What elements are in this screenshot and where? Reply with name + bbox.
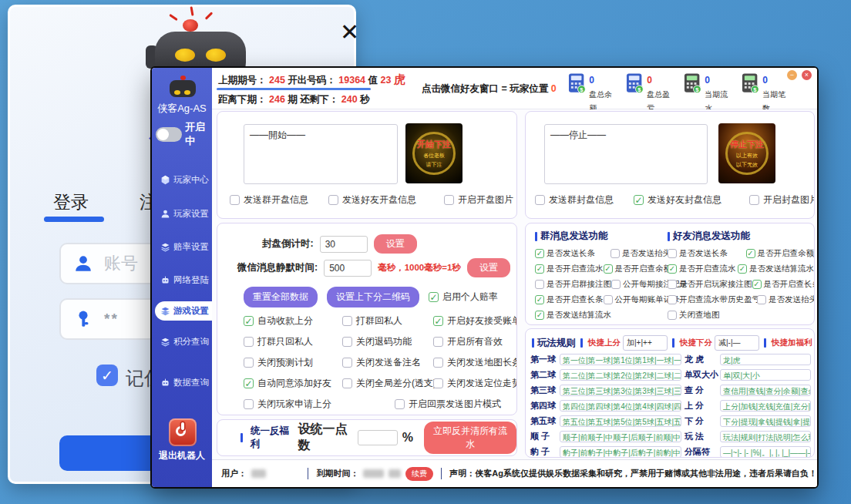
checkbox[interactable] <box>444 195 454 205</box>
checkbox[interactable] <box>429 292 439 302</box>
checkbox[interactable] <box>535 311 544 320</box>
rule-keywords-input[interactable]: 顺子|前顺子|中顺子|后顺子|前顺|中顺|后顺 <box>560 431 681 442</box>
checkbox[interactable] <box>668 295 677 304</box>
rule-keywords-input[interactable]: 下分|提现|拿钱|提钱|拿|提|提分| <box>720 415 811 427</box>
checkbox-option[interactable]: 是否发送抬头 <box>757 294 815 305</box>
checkbox-option[interactable]: 开启回票发送图片模式 <box>395 398 486 411</box>
rule-keywords-input[interactable]: 查信用|查钱|查分|余额|查余额|积分 <box>720 385 811 396</box>
checkbox[interactable] <box>749 195 759 205</box>
checkbox-option[interactable]: 开启封盘图片 <box>749 193 815 207</box>
rule-keywords-input[interactable]: 第一位|第一球|第1位|第1球|一球|一星|1球 <box>560 354 681 365</box>
checkbox-option[interactable]: 关闭全局差分(透支) <box>342 377 433 390</box>
checkbox-option[interactable]: 发送好友封盘信息 <box>634 193 749 207</box>
checkbox[interactable] <box>610 249 620 258</box>
sidebar-item-player-settings[interactable]: 玩家设置 <box>155 204 212 223</box>
checkbox-option[interactable]: 关闭玩家申请上分 <box>244 398 395 411</box>
sidebar-item-odds-settings[interactable]: 赔率设置 <box>155 237 212 257</box>
checkbox-option[interactable]: 打群回私人 <box>342 314 433 328</box>
rule-keywords-input[interactable]: 第四位|第四球|第4位|第4球|四球|四星|4球 <box>560 400 681 412</box>
checkbox-option[interactable]: 打群只回私人 <box>244 335 342 348</box>
toggle-knob[interactable] <box>157 129 169 140</box>
checkbox[interactable] <box>535 280 544 289</box>
checkbox[interactable] <box>433 337 443 347</box>
checkbox[interactable] <box>604 295 613 304</box>
personal-odds-option[interactable]: 启用个人赔率 <box>429 291 498 304</box>
checkbox[interactable] <box>433 316 443 326</box>
checkbox[interactable] <box>668 249 677 258</box>
checkbox[interactable] <box>244 337 254 347</box>
checkbox[interactable] <box>668 311 677 320</box>
set-silence-button[interactable]: 设置 <box>467 258 510 277</box>
checkbox[interactable] <box>342 316 352 326</box>
quick-up-input[interactable]: 加|+|++ <box>623 335 668 351</box>
checkbox-option[interactable]: 发送群封盘信息 <box>535 193 634 207</box>
checkbox[interactable] <box>230 195 240 205</box>
checkbox[interactable] <box>611 280 621 289</box>
power-toggle[interactable]: 开启中 <box>156 120 212 148</box>
close-icon[interactable]: ✕ <box>340 21 359 44</box>
checkbox[interactable] <box>535 195 545 205</box>
checkbox[interactable] <box>752 280 762 289</box>
sidebar-item-points-query[interactable]: 积分查询 <box>155 332 212 351</box>
checkbox[interactable] <box>535 295 544 304</box>
checkbox-option[interactable]: 是否发送抬头 <box>610 248 671 259</box>
sidebar-item-game-settings[interactable]: 游戏设置 <box>155 301 212 321</box>
rule-keywords-input[interactable]: 豹子|前豹子|中豹子|后豹子|前豹|中豹|后豹 <box>560 446 681 458</box>
sidebar-item-network-login[interactable]: 网络登陆 <box>155 270 212 290</box>
checkbox[interactable] <box>328 195 338 205</box>
remember-checkbox[interactable] <box>96 365 118 386</box>
checkbox-option[interactable]: 是否开启玩家接注图 <box>668 279 752 290</box>
toggle-track[interactable] <box>156 127 182 142</box>
sidebar-item-player-center[interactable]: 玩家中心 <box>155 170 212 190</box>
checkbox-option[interactable]: 关闭发送定位走势图 <box>433 377 517 390</box>
checkbox[interactable] <box>433 378 443 388</box>
checkbox-option[interactable]: 发送好友开盘信息 <box>328 193 444 207</box>
rule-keywords-input[interactable]: 龙|虎 <box>720 354 811 365</box>
checkbox[interactable] <box>738 264 747 274</box>
tab-login[interactable]: 登录 <box>53 190 89 214</box>
close-button[interactable]: × <box>802 70 812 80</box>
checkbox-option[interactable]: 是否开启查长条 <box>752 279 816 290</box>
checkbox-option[interactable]: 是否开启查余额 <box>604 264 672 274</box>
rule-keywords-input[interactable]: 单|双|大|小 <box>720 369 811 381</box>
minimize-button[interactable]: − <box>787 70 797 80</box>
checkbox[interactable] <box>342 337 352 347</box>
checkbox[interactable] <box>342 378 352 388</box>
checkbox-option[interactable]: 发送群开盘信息 <box>230 193 328 207</box>
checkbox-option[interactable]: 开启查流水带历史盈亏 <box>668 294 757 305</box>
checkbox-option[interactable]: 开启好友接受账单 <box>433 314 517 328</box>
checkbox-option[interactable]: 是否开启查流水 <box>535 264 604 274</box>
checkbox[interactable] <box>244 316 254 326</box>
checkbox[interactable] <box>668 280 677 289</box>
power-icon[interactable] <box>169 418 197 446</box>
checkbox-option[interactable]: 自动同意添加好友 <box>244 377 342 390</box>
checkbox-option[interactable]: 是否发送结算流水 <box>738 264 814 274</box>
checkbox-option[interactable]: 关闭退码功能 <box>342 335 433 348</box>
rule-keywords-input[interactable]: 上分|加钱|充钱|充值|充分|充 <box>720 400 811 412</box>
rule-keywords-input[interactable]: 第二位|第二球|第2位|第2球|二球|二星|2球 <box>560 369 681 381</box>
checkbox-option[interactable]: 自动收款上分 <box>244 314 342 328</box>
checkbox[interactable] <box>634 195 644 205</box>
checkbox-option[interactable]: 开启开盘图片 <box>444 193 513 207</box>
checkbox[interactable] <box>244 378 254 388</box>
checkbox[interactable] <box>342 358 352 368</box>
seal-countdown-input[interactable] <box>320 236 368 253</box>
checkbox-option[interactable]: 关闭发送地图长条 <box>433 356 517 369</box>
checkbox[interactable] <box>244 358 254 368</box>
checkbox[interactable] <box>433 358 443 368</box>
checkbox-option[interactable]: 是否发送结算流水 <box>535 310 612 321</box>
checkbox[interactable] <box>535 264 544 274</box>
rule-keywords-input[interactable]: 第三位|第三球|第3位|第3球|三球|三星|3球 <box>560 385 681 396</box>
welfare-percent-input[interactable] <box>358 430 398 445</box>
checkbox-option[interactable]: 关闭预测计划 <box>244 356 342 369</box>
quick-down-input[interactable]: 减|-|— <box>715 335 759 351</box>
checkbox-option[interactable]: 关闭发送备注名 <box>342 356 433 369</box>
quick-welfare-input[interactable]: 福利+ <box>815 335 816 351</box>
set-countdown-button[interactable]: 设置 <box>374 234 417 254</box>
silence-input[interactable] <box>324 260 372 277</box>
checkbox[interactable] <box>757 295 766 304</box>
checkbox-option[interactable]: 是否开启群接注图 <box>535 279 611 290</box>
checkbox-option[interactable]: 开启所有音效 <box>433 335 517 348</box>
rule-keywords-input[interactable]: 第五位|第五球|第5位|第5球|五球|五星|5球 <box>560 415 681 427</box>
stop-message-textarea[interactable]: ——停止—— <box>544 124 708 184</box>
